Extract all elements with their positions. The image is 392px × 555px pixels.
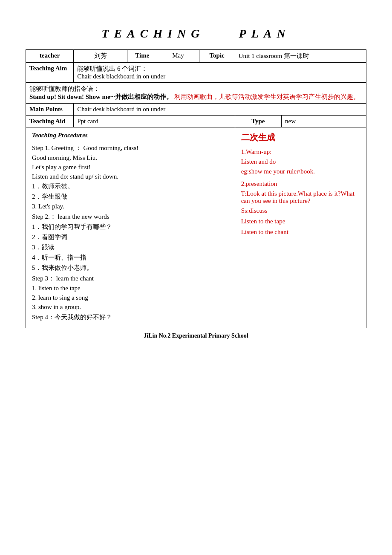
step1-sub1: 1．教师示范。 — [32, 182, 229, 191]
secondary-section: 二次生成 1.Warm-up: Listen and do eg:show me… — [235, 127, 366, 328]
step3-sub1: 1. listen to the tape — [32, 285, 229, 292]
step2-title: Step 2.： learn the new words — [32, 213, 229, 221]
secondary-item-2: eg:show me your ruler\book. — [241, 168, 360, 175]
page-title: TEACHING PLAN — [26, 26, 366, 42]
secondary-item-0: 1.Warm-up: — [241, 148, 360, 156]
secondary-title: 二次生成 — [241, 132, 360, 143]
school-footer: JiLin No.2 Experimental Primary School — [26, 332, 366, 339]
teaching-aid-label: Teaching Aid — [26, 116, 74, 127]
main-points-value: Chair desk blackboard in on under — [74, 104, 366, 116]
teaching-aim-row: Teaching Aim 能够听懂说出 6 个词汇： Chair desk bl… — [26, 63, 366, 83]
step1-line1: Good morning, Miss Liu. — [32, 154, 229, 162]
secondary-item-6: Listen to the tape — [241, 218, 360, 225]
procedures-section: Teaching Procedures Step 1. Greeting ： G… — [26, 127, 235, 328]
topic-value: Unit 1 classroom 第一课时 — [235, 50, 366, 63]
step2-sub1: 1．我们的学习帮手有哪些？ — [32, 223, 229, 231]
header-row: teacher 刘芳 Time May Topic Unit 1 classro… — [26, 50, 366, 63]
step2-sub2: 2．看图学词 — [32, 233, 229, 241]
content-row: Teaching Procedures Step 1. Greeting ： G… — [26, 127, 366, 328]
step1-sub3: 3. Let's play. — [32, 203, 229, 210]
teacher-name: 刘芳 — [74, 50, 127, 63]
type-label: Type — [235, 116, 281, 127]
topic-label: Topic — [199, 50, 235, 63]
step2-sub3: 3．跟读 — [32, 243, 229, 251]
secondary-item-7: Listen to the chant — [241, 228, 360, 236]
main-points-row: Main Points Chair desk blackboard in on … — [26, 104, 366, 116]
step3-sub2: 2. learn to sing a song — [32, 294, 229, 301]
step1-line2: Let's play a game first! — [32, 164, 229, 171]
type-value: new — [282, 116, 366, 127]
note-content: 能够听懂教师的指令语： Stand up! Sit down! Show me·… — [26, 83, 366, 104]
step4-title: Step 4：今天我做的好不好？ — [32, 313, 229, 321]
teacher-label: teacher — [26, 50, 74, 63]
secondary-item-5: Ss:discuss — [241, 207, 360, 214]
step3-title: Step 3： learn the chant — [32, 275, 229, 283]
secondary-item-1: Listen and do — [241, 158, 360, 165]
main-table: teacher 刘芳 Time May Topic Unit 1 classro… — [26, 49, 366, 328]
teaching-aim-label: Teaching Aim — [26, 63, 74, 83]
time-label: Time — [127, 50, 157, 63]
step1-title: Step 1. Greeting ： Good morning, class! — [32, 144, 229, 152]
teaching-aim-content: 能够听懂说出 6 个词汇： Chair desk blackboard in o… — [74, 63, 366, 83]
step1-line3: Listen and do: stand up/ sit down. — [32, 173, 229, 180]
secondary-item-4: T:Look at this picture.What place is it?… — [241, 190, 360, 205]
step3-sub3: 3. show in a group. — [32, 304, 229, 311]
teaching-aid-row: Teaching Aid Ppt card Type new — [26, 116, 366, 127]
main-points-label: Main Points — [26, 104, 74, 116]
step2-sub4: 4．听一听、指一指 — [32, 254, 229, 262]
secondary-item-3: 2.presentation — [241, 180, 360, 188]
procedures-title: Teaching Procedures — [32, 132, 229, 139]
step1-sub2: 2．学生跟做 — [32, 193, 229, 201]
step2-sub5: 5．我来做位小老师。 — [32, 264, 229, 272]
note-row: 能够听懂教师的指令语： Stand up! Sit down! Show me·… — [26, 83, 366, 104]
time-value: May — [157, 50, 199, 63]
teaching-aid-value: Ppt card — [74, 116, 235, 127]
